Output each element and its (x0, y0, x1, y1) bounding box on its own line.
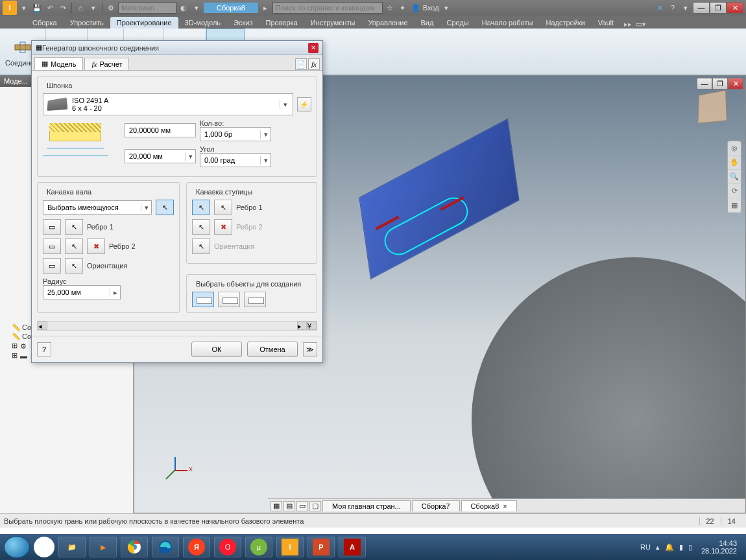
appearance-icon[interactable]: ◐ (178, 2, 189, 14)
undo-icon[interactable]: ↶ (44, 2, 56, 14)
task-explorer[interactable]: 📁 (58, 537, 86, 557)
tab-3dmodel[interactable]: 3D-модель (178, 17, 227, 29)
lang-indicator[interactable]: RU (640, 543, 651, 551)
active-document-tab[interactable]: Сборка8 (204, 3, 258, 13)
orientation-pick-button[interactable]: ↖ (65, 258, 83, 274)
task-inventor[interactable]: I (276, 537, 304, 557)
hub-edge1-alt-button[interactable]: ↖ (214, 200, 232, 215)
edge2-icon-button[interactable]: ▭ (43, 239, 61, 254)
options-button[interactable]: ≫ (303, 342, 317, 356)
orientation-icon-button[interactable]: ▭ (43, 258, 61, 274)
collapse-ribbon-icon[interactable]: ▭▾ (636, 20, 646, 29)
chevron-down-icon[interactable]: ▾ (185, 152, 195, 161)
scroll-left-button[interactable]: ◂ (38, 321, 47, 330)
help-icon[interactable]: ? (667, 2, 679, 14)
open-icon[interactable]: ▾ (18, 2, 30, 14)
fx-button[interactable]: fx (308, 58, 320, 70)
ok-button[interactable]: ОК (191, 342, 242, 357)
pick-cursor-button[interactable]: ↖ (156, 200, 174, 215)
length-input[interactable]: 20,00000 мм (125, 123, 196, 137)
edge1-pick-button[interactable]: ↖ (65, 219, 83, 235)
doc-dropdown-icon[interactable]: ▸ (259, 2, 271, 14)
tab-vault[interactable]: Vault (592, 17, 620, 29)
tab-assembly[interactable]: Сборка (26, 17, 64, 29)
angle-combo[interactable]: 0,00 град▾ (200, 153, 271, 167)
doc-tab[interactable]: Сборка7 (412, 500, 460, 511)
tray-flag-icon[interactable]: 🔔 (665, 543, 674, 552)
home-icon[interactable]: ⌂ (75, 2, 86, 14)
star-icon[interactable]: ☆ (384, 2, 396, 14)
chevron-down-icon[interactable]: ▾ (260, 130, 271, 139)
length2-combo[interactable]: 20,000 мм▾ (125, 149, 196, 163)
edge2-pick-button[interactable]: ↖ (65, 239, 83, 254)
tray-chevron-icon[interactable]: ▴ (656, 543, 660, 552)
qty-combo[interactable]: 1,000 бр▾ (200, 127, 271, 141)
help-dropdown-icon[interactable]: ▾ (680, 2, 692, 14)
x-icon[interactable]: ✕ (654, 2, 666, 14)
tab-manage[interactable]: Управление (361, 17, 414, 29)
hub-edge2-clear-button[interactable]: ✖ (214, 219, 232, 235)
hub-edge2-pick-button[interactable]: ↖ (192, 219, 210, 235)
help-search-input[interactable] (272, 2, 383, 14)
cascade-icon[interactable]: ▤ (283, 501, 295, 511)
tab-model[interactable]: ▦Модель (34, 57, 83, 70)
file-icon[interactable]: 📄 (295, 58, 307, 70)
edge1-icon-button[interactable]: ▭ (43, 219, 61, 235)
radius-input[interactable]: 25,000 мм▸ (43, 285, 121, 299)
tab-view[interactable]: Вид (415, 17, 440, 29)
maximize-button[interactable]: ❐ (710, 2, 727, 14)
chevron-down-icon[interactable]: ▾ (141, 204, 151, 212)
tab-addins[interactable]: Надстройки (539, 17, 591, 29)
close-button[interactable]: ✕ (727, 2, 743, 14)
task-media[interactable]: ▶ (90, 537, 117, 557)
redo-icon[interactable]: ↷ (57, 2, 69, 14)
task-yandex[interactable]: Я (183, 537, 210, 557)
hub-orientation-pick-button[interactable]: ↖ (192, 239, 210, 254)
tab-design[interactable]: Проектирование (110, 17, 178, 29)
tab-getstarted[interactable]: Начало работы (475, 17, 540, 29)
start-button[interactable] (4, 536, 30, 558)
scroll-right-button[interactable]: ▸ (297, 321, 307, 330)
list-icon[interactable]: ▭ (296, 501, 308, 511)
tab-sketch[interactable]: Эскиз (227, 17, 259, 29)
task-opera[interactable]: O (214, 537, 241, 557)
key-standard-combo[interactable]: ISO 2491 A 6 x 4 - 20 ▾ (43, 93, 293, 115)
dialog-close-button[interactable]: ✕ (308, 43, 319, 53)
close-tab-icon[interactable]: × (503, 502, 507, 510)
login-label[interactable]: Вход (423, 4, 439, 12)
minimize-button[interactable]: — (693, 2, 710, 14)
login-dropdown-icon[interactable]: ▾ (440, 2, 452, 14)
h-scrollbar[interactable]: ◂ ▸ ¥ (37, 321, 317, 331)
taskbar-clock[interactable]: 14:43 28.10.2022 (696, 539, 742, 555)
task-edge[interactable] (152, 537, 179, 557)
share-icon[interactable]: ✦ (397, 2, 409, 14)
gear-icon[interactable]: ⚙ (105, 2, 117, 14)
object-option-1[interactable] (192, 292, 214, 307)
tab-tools[interactable]: Инструменты (304, 17, 362, 29)
tab-simplify[interactable]: Упростить (64, 17, 110, 29)
dropdown-icon[interactable]: ▾ (191, 2, 202, 14)
doc-tab-active[interactable]: Сборка8× (461, 500, 517, 511)
doc-tab[interactable]: Моя главная стран... (322, 500, 411, 511)
folder-icon[interactable]: ▾ (88, 2, 99, 14)
user-icon[interactable]: 👤 (410, 2, 422, 14)
expand-scroll-button[interactable]: ¥ (307, 321, 317, 330)
task-utorrent[interactable]: µ (245, 537, 272, 557)
task-chrome[interactable] (121, 537, 148, 557)
single-icon[interactable]: ▢ (309, 501, 321, 511)
object-option-3[interactable] (244, 292, 266, 307)
tab-environments[interactable]: Среды (440, 17, 475, 29)
tab-calculation[interactable]: fxРасчет (84, 58, 129, 70)
expand-icon[interactable]: ▸▸ (624, 20, 632, 29)
app-logo[interactable]: I (3, 1, 17, 15)
tab-inspect[interactable]: Проверка (259, 17, 304, 29)
save-icon[interactable]: 💾 (31, 2, 43, 14)
task-powerpoint[interactable]: P (307, 537, 335, 557)
hub-edge1-pick-button[interactable]: ↖ (192, 200, 210, 215)
object-option-2[interactable] (218, 292, 240, 307)
help-button[interactable]: ? (37, 342, 51, 356)
edge2-clear-button[interactable]: ✖ (87, 239, 105, 254)
task-acrobat[interactable]: A (339, 537, 366, 557)
lightning-button[interactable]: ⚡ (297, 97, 311, 111)
dialog-titlebar[interactable]: ▦ Генератор шпоночного соединения ✕ (32, 41, 322, 55)
